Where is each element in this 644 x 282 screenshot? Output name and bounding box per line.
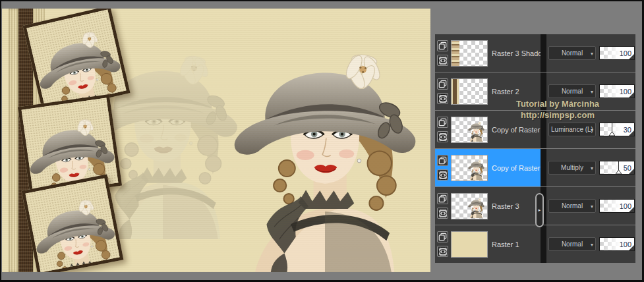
eye-icon[interactable] bbox=[437, 208, 448, 219]
framed-photo-3 bbox=[22, 175, 124, 272]
eye-icon[interactable] bbox=[437, 169, 448, 181]
blend-mode-dropdown[interactable]: Normal▾ bbox=[548, 237, 596, 251]
layer-pages-icon[interactable] bbox=[437, 193, 448, 204]
chevron-down-icon: ▾ bbox=[591, 50, 593, 56]
layer-thumbnail bbox=[451, 78, 488, 105]
eye-icon[interactable] bbox=[437, 131, 448, 142]
chevron-down-icon: ▾ bbox=[591, 88, 593, 94]
layer-controls: Normal▾100 bbox=[546, 34, 635, 72]
layer-row-3: Copy of Raster 3Luminance (L)▾30 bbox=[435, 111, 635, 148]
opacity-slider[interactable]: 50 bbox=[599, 161, 635, 175]
layer-controls: Luminance (L)▾30 bbox=[546, 111, 635, 148]
layer-controls: Normal▾100 bbox=[546, 187, 635, 225]
layer-row-2: Raster 2Normal▾100 bbox=[435, 72, 635, 110]
layer-pages-icon[interactable] bbox=[437, 78, 448, 90]
eye-icon[interactable] bbox=[437, 246, 448, 257]
blend-mode-dropdown[interactable]: Normal▾ bbox=[548, 199, 596, 213]
opacity-marker-triangle-icon bbox=[616, 170, 622, 174]
blend-mode-dropdown[interactable]: Normal▾ bbox=[548, 46, 596, 60]
layer-icons bbox=[437, 231, 448, 257]
image-canvas[interactable] bbox=[2, 9, 430, 272]
layer-name: Copy of Raster 3 bbox=[492, 164, 541, 172]
blend-mode-value: Multiply bbox=[561, 164, 583, 171]
panel-divider bbox=[541, 111, 546, 148]
panel-divider bbox=[541, 149, 546, 186]
chevron-down-icon: ▾ bbox=[591, 241, 593, 247]
corner-fold-icon bbox=[629, 92, 634, 98]
corner-fold-icon bbox=[629, 169, 634, 174]
blend-mode-dropdown[interactable]: Normal▾ bbox=[548, 84, 596, 98]
opacity-slider[interactable]: 100 bbox=[599, 237, 635, 251]
opacity-marker-triangle-icon bbox=[609, 132, 615, 136]
blend-mode-value: Normal bbox=[562, 88, 583, 95]
blend-mode-dropdown[interactable]: Luminance (L)▾ bbox=[548, 123, 596, 136]
opacity-slider[interactable]: 30 bbox=[599, 123, 635, 136]
blend-mode-value: Normal bbox=[562, 49, 583, 57]
layer-entry[interactable]: Raster 1 bbox=[435, 225, 541, 263]
chevron-down-icon: ▾ bbox=[591, 165, 593, 171]
framed-photo-3-image bbox=[25, 178, 119, 272]
layer-icons bbox=[437, 40, 448, 66]
layer-icons bbox=[437, 117, 448, 142]
layer-pages-icon[interactable] bbox=[437, 40, 448, 51]
panel-divider bbox=[541, 72, 546, 110]
layer-pages-icon[interactable] bbox=[437, 155, 448, 166]
blend-mode-value: Luminance (L) bbox=[551, 126, 593, 133]
layers-panel: Raster 3 Shadow 1Normal▾100Raster 2Norma… bbox=[435, 34, 635, 264]
layer-entry[interactable]: Raster 3 bbox=[435, 187, 541, 225]
corner-fold-icon bbox=[629, 130, 634, 136]
layer-name: Raster 2 bbox=[492, 88, 519, 96]
blend-mode-value: Normal bbox=[562, 202, 583, 210]
blend-mode-dropdown[interactable]: Multiply▾ bbox=[548, 161, 596, 175]
opacity-slider[interactable]: 100 bbox=[599, 46, 635, 60]
layer-thumbnail bbox=[451, 117, 488, 143]
layer-thumbnail bbox=[451, 40, 488, 67]
striped-border-band bbox=[9, 9, 18, 272]
opacity-slider[interactable]: 100 bbox=[599, 84, 635, 98]
chevron-down-icon: ▾ bbox=[591, 127, 593, 132]
layer-name: Raster 3 bbox=[492, 202, 519, 210]
main-portrait bbox=[215, 11, 430, 272]
layer-controls: Normal▾100 bbox=[546, 225, 635, 263]
layer-thumbnail bbox=[451, 231, 488, 258]
layer-entry[interactable]: Copy of Raster 3 bbox=[435, 111, 541, 148]
layer-row-4: Copy of Raster 3Multiply▾50 bbox=[435, 149, 635, 186]
layer-thumbnail bbox=[451, 193, 488, 219]
opacity-slider[interactable]: 100 bbox=[599, 199, 635, 213]
corner-fold-icon bbox=[629, 54, 634, 59]
layer-name: Raster 1 bbox=[492, 240, 519, 248]
panel-divider bbox=[541, 225, 546, 263]
layer-pages-icon[interactable] bbox=[437, 117, 448, 128]
panel-divider bbox=[541, 34, 546, 72]
layer-icons bbox=[437, 155, 448, 181]
layer-entry[interactable]: Raster 2 bbox=[435, 72, 541, 110]
layer-icons bbox=[437, 78, 448, 104]
framed-photo-1-image bbox=[26, 9, 126, 109]
layer-entry[interactable]: Copy of Raster 3 bbox=[435, 149, 541, 186]
corner-fold-icon bbox=[629, 207, 634, 212]
layer-entry[interactable]: Raster 3 Shadow 1 bbox=[435, 34, 541, 72]
blend-mode-value: Normal bbox=[562, 240, 583, 248]
layer-row-6: Raster 1Normal▾100 bbox=[435, 225, 635, 263]
app-window: Raster 3 Shadow 1Normal▾100Raster 2Norma… bbox=[0, 0, 644, 282]
layer-icons bbox=[437, 193, 448, 219]
eye-icon[interactable] bbox=[437, 93, 448, 104]
splitter-arrow-icon: ► bbox=[538, 208, 542, 212]
layer-row-1: Raster 3 Shadow 1Normal▾100 bbox=[435, 34, 635, 72]
eye-icon[interactable] bbox=[437, 55, 448, 66]
layer-pages-icon[interactable] bbox=[437, 231, 448, 242]
layer-name: Raster 3 Shadow 1 bbox=[492, 49, 541, 57]
layer-name: Copy of Raster 3 bbox=[492, 126, 541, 134]
layer-thumbnail bbox=[451, 155, 488, 181]
layer-controls: Normal▾100 bbox=[546, 72, 635, 110]
panel-splitter-handle[interactable]: ► bbox=[535, 193, 544, 227]
layer-controls: Multiply▾50 bbox=[546, 149, 635, 186]
chevron-down-icon: ▾ bbox=[591, 203, 593, 209]
corner-fold-icon bbox=[629, 245, 634, 250]
